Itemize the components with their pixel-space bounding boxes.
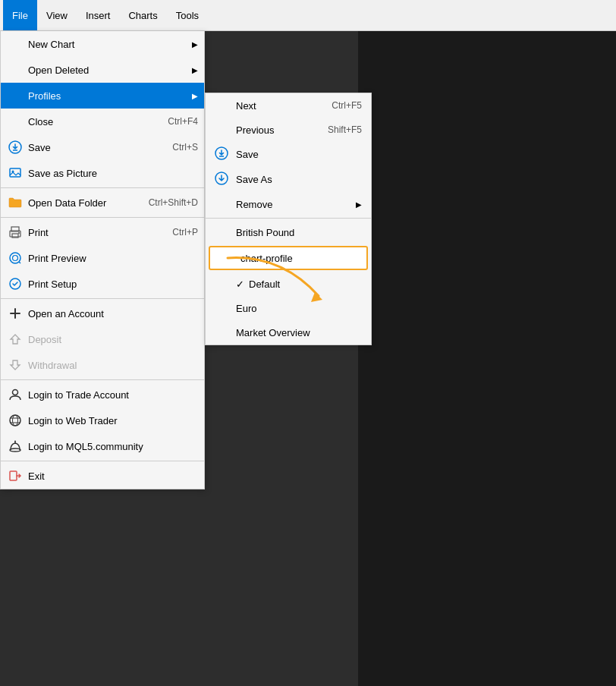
submenu-item-chart-profile[interactable]: chart-profile [209, 246, 368, 270]
svg-line-10 [19, 262, 20, 263]
print-preview-icon [7, 250, 24, 266]
withdrawal-icon [7, 357, 24, 373]
menu-bar-view[interactable]: View [37, 0, 77, 30]
menu-item-profiles[interactable]: Profiles ▶ [1, 83, 204, 109]
svg-rect-2 [10, 168, 20, 177]
arrow-icon: ▶ [192, 40, 198, 49]
menu-bar-file[interactable]: File [3, 0, 37, 30]
divider [1, 217, 204, 218]
user-icon [7, 386, 24, 403]
menu-item-exit[interactable]: Exit [1, 463, 204, 489]
submenu-item-market-overview[interactable]: Market Overview [206, 320, 371, 345]
arrow-icon: ▶ [192, 92, 198, 100]
menu-bar-tools[interactable]: Tools [167, 0, 208, 30]
submenu-item-default[interactable]: ✓ Default [206, 272, 371, 296]
submenu-item-euro[interactable]: Euro [206, 296, 371, 320]
chart-area [358, 31, 616, 686]
exit-icon [7, 467, 24, 484]
menu-bar-charts[interactable]: Charts [119, 0, 166, 30]
print-setup-icon [7, 275, 24, 292]
open-deleted-icon [7, 61, 24, 78]
submenu-item-save-profile[interactable]: Save [206, 142, 371, 167]
close-icon [7, 113, 24, 130]
menu-item-print-preview[interactable]: Print Preview [1, 245, 204, 271]
menu-item-open-data-folder[interactable]: Open Data Folder Ctrl+Shift+D [1, 190, 204, 216]
checkmark: ✓ [236, 278, 244, 290]
menu-item-new-chart[interactable]: New Chart ▶ [1, 31, 204, 57]
menu-item-withdrawal: Withdrawal [1, 352, 204, 378]
save-profile-icon [215, 146, 231, 162]
svg-point-7 [18, 232, 20, 234]
submenu-item-save-as-profile[interactable]: Save As [206, 167, 371, 192]
svg-point-17 [10, 415, 20, 426]
svg-point-9 [13, 256, 18, 261]
svg-rect-24 [10, 471, 17, 480]
submenu-item-next[interactable]: Next Ctrl+F5 [206, 93, 371, 118]
globe-icon [7, 412, 24, 429]
menu-item-open-account[interactable]: Open an Account [1, 301, 204, 326]
menu-item-print-setup[interactable]: Print Setup [1, 271, 204, 297]
svg-point-18 [13, 415, 18, 426]
save-icon [7, 139, 24, 156]
divider [1, 187, 204, 188]
menu-bar-insert[interactable]: Insert [77, 0, 120, 30]
svg-point-8 [10, 253, 20, 263]
menu-item-login-mql5[interactable]: Login to MQL5.community [1, 433, 204, 459]
svg-point-21 [10, 448, 20, 452]
new-chart-icon [7, 36, 24, 52]
submenu-item-remove[interactable]: Remove ▶ [206, 192, 371, 216]
divider [206, 218, 371, 219]
menu-item-save[interactable]: Save Ctrl+S [1, 134, 204, 160]
deposit-icon [7, 331, 24, 348]
menu-bar: File View Insert Charts Tools [0, 0, 616, 31]
submenu-item-british-pound[interactable]: British Pound [206, 220, 371, 244]
svg-point-23 [14, 441, 16, 442]
submenu-item-previous[interactable]: Previous Shift+F5 [206, 118, 371, 142]
file-menu: New Chart ▶ Open Deleted ▶ Profiles ▶ Cl… [0, 31, 205, 489]
folder-icon [7, 194, 24, 211]
menu-item-save-as-picture[interactable]: Save as Picture [1, 160, 204, 186]
profiles-icon [7, 87, 24, 104]
menu-item-login-web[interactable]: Login to Web Trader [1, 408, 204, 433]
menu-item-print[interactable]: Print Ctrl+P [1, 219, 204, 245]
printer-icon [7, 224, 24, 241]
save-as-icon [215, 172, 231, 187]
picture-icon [7, 165, 24, 181]
plus-icon [7, 305, 24, 322]
hat-icon [7, 438, 24, 455]
svg-marker-15 [11, 360, 20, 370]
divider [1, 461, 204, 461]
svg-marker-14 [11, 335, 20, 344]
svg-point-16 [13, 390, 18, 395]
menu-item-close[interactable]: Close Ctrl+F4 [1, 109, 204, 134]
divider [1, 379, 204, 380]
menu-item-open-deleted[interactable]: Open Deleted ▶ [1, 57, 204, 83]
arrow-right-icon: ▶ [356, 200, 362, 209]
menu-item-deposit: Deposit [1, 326, 204, 352]
menu-item-login-trade[interactable]: Login to Trade Account [1, 382, 204, 408]
divider [1, 298, 204, 299]
arrow-icon: ▶ [192, 66, 198, 74]
profiles-submenu: Next Ctrl+F5 Previous Shift+F5 Save [205, 93, 372, 345]
dropdown-container: New Chart ▶ Open Deleted ▶ Profiles ▶ Cl… [0, 31, 372, 489]
